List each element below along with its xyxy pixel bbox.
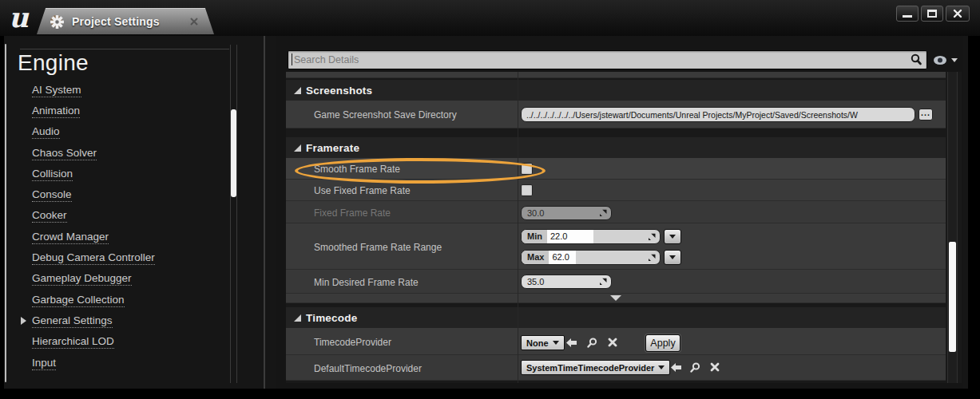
ellipsis-button[interactable]: ...: [919, 109, 933, 120]
clear-x-icon: [710, 362, 720, 372]
sidebar-item-collision[interactable]: Collision: [32, 168, 73, 181]
spin-drag-icon: [649, 233, 656, 240]
sidebar-item-chaos-solver[interactable]: Chaos Solver: [32, 147, 97, 160]
spin-drag-icon: [600, 210, 607, 217]
timecode-provider-combobox[interactable]: None: [521, 335, 565, 350]
maximize-icon: [927, 10, 937, 18]
property-label: Fixed Frame Rate: [314, 207, 391, 219]
row-min-desired-frame-rate: Min Desired Frame Rate: [286, 270, 946, 294]
apply-button[interactable]: Apply: [645, 334, 680, 352]
clear-button[interactable]: [708, 361, 722, 373]
sidebar-nav: AI System Animation Audio Chaos Solver C…: [32, 80, 228, 373]
sidebar-item-ai-system[interactable]: AI System: [32, 84, 81, 97]
section-title: Screenshots: [306, 85, 372, 97]
sidebar-item-debug-camera-controller[interactable]: Debug Camera Controller: [32, 251, 155, 265]
min-label: Min: [522, 230, 547, 243]
use-selected-asset-button[interactable]: [564, 336, 578, 349]
save-directory-field[interactable]: ../../../../../../../Users/jstewart/Docu…: [521, 107, 915, 122]
left-arrow-icon: [566, 338, 577, 347]
sidebar-item-crowd-manager[interactable]: Crowd Manager: [32, 231, 109, 244]
combo-value: None: [526, 338, 549, 348]
range-max-dropdown-button[interactable]: [664, 250, 681, 265]
property-label: Use Fixed Frame Rate: [314, 185, 411, 196]
range-min-dropdown-button[interactable]: [664, 229, 681, 244]
sidebar-scrollbar-track[interactable]: [230, 45, 237, 383]
sidebar-item-cooker[interactable]: Cooker: [32, 209, 67, 223]
default-timecode-provider-combobox[interactable]: SystemTimeTimecodeProvider: [521, 360, 670, 375]
maximize-button[interactable]: [921, 6, 943, 22]
unreal-engine-logo: u: [5, 2, 35, 34]
expand-arrow-icon[interactable]: [21, 317, 26, 325]
svg-text:u: u: [9, 2, 30, 34]
details-scrollbar-thumb[interactable]: [949, 242, 956, 352]
use-fixed-frame-rate-checkbox[interactable]: [521, 184, 533, 196]
sidebar-item-audio[interactable]: Audio: [32, 125, 60, 139]
sidebar-divider: [20, 49, 229, 49]
property-label: DefaultTimecodeProvider: [314, 363, 422, 374]
minimize-icon: [903, 15, 912, 18]
range-max-field[interactable]: Max 62.0: [521, 250, 661, 265]
chevron-down-icon: [610, 295, 621, 301]
magnifier-icon: [587, 338, 597, 348]
collapse-triangle-icon: [294, 144, 301, 152]
tab-close-icon[interactable]: [190, 18, 198, 26]
property-label: Min Desired Frame Rate: [314, 277, 419, 288]
row-smooth-frame-rate: Smooth Frame Rate: [286, 158, 946, 180]
property-label: Smoothed Frame Rate Range: [314, 242, 442, 253]
use-selected-asset-button[interactable]: [669, 361, 683, 373]
collapse-triangle-icon: [294, 87, 301, 94]
sidebar-item-animation[interactable]: Animation: [32, 105, 80, 118]
sidebar-item-garbage-collection[interactable]: Garbage Collection: [32, 294, 125, 307]
project-settings-window: u Project Settings: [0, 0, 980, 399]
min-desired-frame-rate-spinbox[interactable]: 35.0: [521, 275, 612, 289]
section-header-framerate[interactable]: Framerate: [286, 137, 946, 158]
chevron-down-icon: [658, 365, 665, 369]
name-value-divider[interactable]: [518, 72, 518, 383]
sidebar-item-input[interactable]: Input: [32, 357, 56, 370]
sidebar-item-gameplay-debugger[interactable]: Gameplay Debugger: [32, 272, 132, 286]
range-min-field[interactable]: Min 22.0: [521, 229, 661, 244]
clear-button[interactable]: [605, 336, 620, 349]
tab-title: Project Settings: [72, 15, 160, 28]
minimize-button[interactable]: [896, 6, 919, 22]
panel-edge-highlight: [5, 44, 6, 382]
view-options-button[interactable]: [933, 53, 963, 67]
sidebar-item-console[interactable]: Console: [32, 188, 72, 202]
row-use-fixed-frame-rate: Use Fixed Frame Rate: [286, 180, 946, 201]
collapse-triangle-icon: [294, 314, 301, 322]
advanced-expander[interactable]: [286, 294, 946, 303]
smooth-frame-rate-checkbox[interactable]: [521, 163, 533, 175]
sidebar-item-hierarchical-lod[interactable]: Hierarchical LOD: [32, 335, 114, 349]
magnifier-icon: [690, 362, 700, 373]
section-header-timecode[interactable]: Timecode: [286, 307, 946, 328]
property-label: TimecodeProvider: [314, 337, 391, 348]
gear-icon: [50, 14, 65, 30]
close-button[interactable]: [946, 6, 970, 22]
sidebar-item-general-settings[interactable]: General Settings: [32, 314, 113, 328]
tab-project-settings[interactable]: Project Settings: [37, 8, 214, 34]
max-label: Max: [522, 251, 549, 264]
chevron-down-icon: [553, 341, 559, 345]
left-arrow-icon: [671, 363, 681, 372]
max-value[interactable]: 62.0: [549, 251, 576, 264]
chevron-down-icon: [669, 235, 676, 239]
sidebar-category-title: Engine: [18, 50, 89, 76]
save-directory-value: ../../../../../../../Users/jstewart/Docu…: [526, 110, 858, 120]
chevron-down-icon: [669, 255, 676, 259]
section-title: Timecode: [306, 312, 357, 324]
search-bar: [288, 50, 927, 69]
min-value[interactable]: 22.0: [547, 230, 593, 243]
combo-value: SystemTimeTimecodeProvider: [526, 363, 654, 373]
eye-icon: [933, 55, 948, 65]
browse-asset-button[interactable]: [585, 336, 599, 349]
section-header-screenshots[interactable]: Screenshots: [286, 80, 946, 101]
spin-drag-icon: [649, 254, 656, 261]
text-caret: [292, 53, 292, 65]
sidebar-scrollbar-thumb[interactable]: [231, 109, 236, 197]
property-label: Game Screenshot Save Directory: [314, 109, 457, 120]
close-icon: [953, 9, 962, 18]
clear-x-icon: [608, 338, 617, 347]
panel-splitter[interactable]: [264, 36, 265, 389]
search-input[interactable]: [288, 50, 927, 69]
browse-asset-button[interactable]: [688, 361, 702, 373]
